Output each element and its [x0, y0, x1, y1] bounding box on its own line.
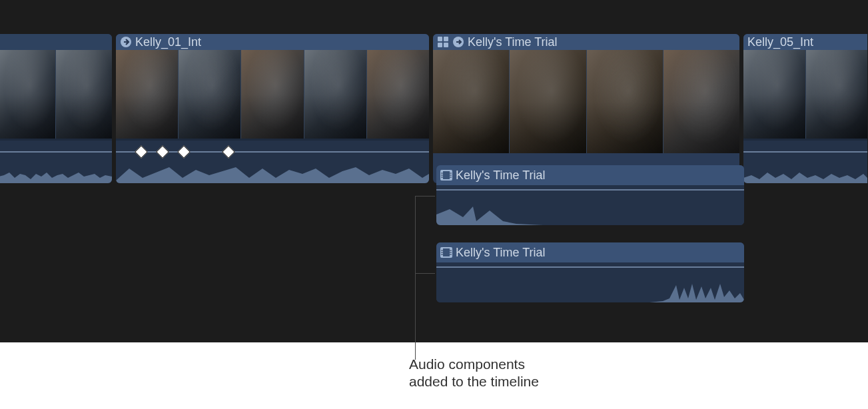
video-clip[interactable] [0, 34, 112, 183]
svg-marker-8 [743, 173, 867, 183]
audio-waveform [116, 161, 429, 183]
clip-thumbnails [0, 50, 112, 139]
thumbnail [510, 50, 586, 153]
clip-audio-lane[interactable] [116, 141, 429, 183]
svg-rect-4 [444, 37, 448, 41]
audio-keyframe[interactable] [177, 145, 191, 159]
audio-waveform [0, 161, 112, 183]
audio-component-lane[interactable] [436, 262, 744, 302]
audio-keyframe[interactable] [156, 145, 169, 159]
thumbnail [56, 50, 113, 139]
svg-rect-5 [438, 43, 442, 47]
svg-rect-6 [444, 43, 448, 47]
thumbnail [743, 50, 805, 139]
svg-marker-18 [436, 206, 744, 225]
clip-audio-lane[interactable] [743, 141, 867, 183]
thumbnail [116, 50, 178, 139]
compound-clip-kellys-time-trial[interactable]: Kelly's Time Trial [433, 34, 739, 183]
thumbnail [806, 50, 868, 139]
clip-title-label: Kelly's Time Trial [456, 246, 545, 260]
timeline-padding-top [0, 0, 868, 34]
clip-thumbnails [743, 50, 867, 139]
video-clip-kelly-01-int[interactable]: Kelly_01_Int [116, 34, 429, 183]
audio-waveform [436, 203, 744, 225]
clip-title-label: Kelly's Time Trial [456, 169, 545, 183]
clip-thumbnails [116, 50, 429, 139]
thumbnail [304, 50, 366, 139]
video-clip-kelly-05-int[interactable]: Kelly_05_Int [743, 34, 867, 183]
audio-component-clip[interactable]: Kelly's Time Trial [436, 165, 744, 225]
clip-title-label: Kelly_01_Int [135, 35, 201, 49]
audio-waveform [743, 161, 867, 183]
clip-title-label: Kelly_05_Int [747, 35, 813, 49]
clip-title-bar: Kelly's Time Trial [436, 165, 744, 185]
timeline[interactable]: Kelly_01_Int [0, 0, 868, 342]
clip-audio-lane[interactable] [0, 141, 112, 183]
clip-title-bar: Kelly's Time Trial [433, 34, 739, 50]
primary-storyline: Kelly_01_Int [0, 34, 868, 183]
audio-waveform [436, 280, 744, 302]
audio-component-lane[interactable] [436, 185, 744, 225]
annotation-caption: Audio components added to the timeline [409, 356, 539, 391]
filmstrip-icon [440, 246, 452, 258]
audio-level-line[interactable] [743, 151, 867, 153]
audio-level-line[interactable] [436, 266, 744, 268]
audio-keyframe[interactable] [135, 145, 148, 159]
callout-line [415, 273, 435, 274]
clip-title-bar: Kelly's Time Trial [436, 242, 744, 262]
annotation-line: added to the timeline [409, 373, 539, 390]
svg-marker-2 [116, 167, 429, 183]
thumbnail [0, 50, 55, 139]
clip-title-bar: Kelly_01_Int [116, 34, 429, 50]
clip-title-label: Kelly's Time Trial [468, 35, 557, 49]
audio-keyframe[interactable] [222, 145, 235, 159]
callout-line [415, 196, 435, 197]
svg-marker-0 [0, 173, 112, 183]
thumbnail [179, 50, 240, 139]
filmstrip-icon [440, 169, 452, 181]
audio-level-line[interactable] [436, 189, 744, 191]
thumbnail [367, 50, 429, 139]
svg-rect-3 [438, 37, 442, 41]
svg-marker-28 [436, 284, 744, 302]
clip-title-bar: Kelly_05_Int [743, 34, 867, 50]
audio-level-line[interactable] [0, 151, 112, 153]
annotation-line: Audio components [409, 356, 539, 373]
through-edit-icon [120, 36, 132, 48]
through-edit-icon [452, 36, 464, 48]
audio-component-clip[interactable]: Kelly's Time Trial [436, 242, 744, 302]
thumbnail [241, 50, 303, 139]
thumbnail [433, 50, 509, 153]
thumbnail [587, 50, 663, 153]
thumbnail [663, 50, 739, 153]
callout-line [415, 196, 416, 360]
clip-thumbnails [433, 50, 739, 153]
multicam-icon [437, 36, 449, 48]
clip-title-bar [0, 34, 112, 50]
